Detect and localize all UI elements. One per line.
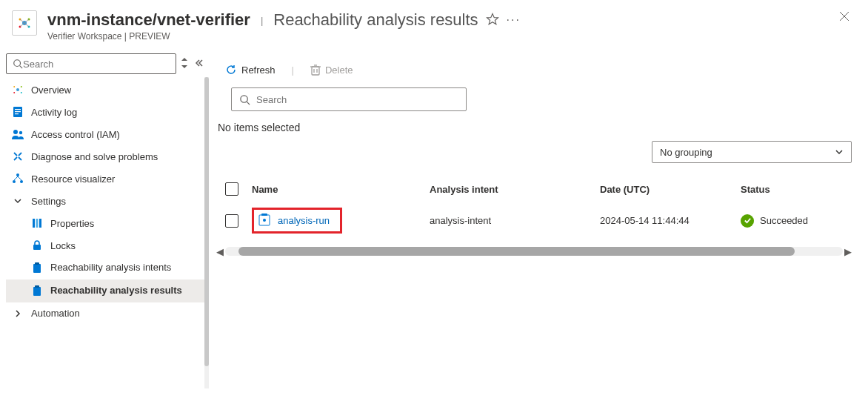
sidebar-item-label: Reachability analysis results — [50, 285, 201, 297]
resource-visualizer-icon — [12, 173, 24, 185]
svg-line-34 — [14, 176, 18, 180]
page-title-breadcrumb: vnm-instance/vnet-verifier — [47, 10, 250, 30]
delete-button: Delete — [304, 61, 359, 79]
horizontal-scrollbar[interactable]: ◀ ▶ — [215, 245, 853, 257]
page-title-section: Reachability analysis results — [273, 10, 478, 30]
overview-icon — [12, 84, 24, 96]
chevron-down-icon — [835, 148, 844, 156]
sidebar-item-label: Automation — [31, 308, 201, 319]
scroll-left-icon[interactable]: ◀ — [215, 246, 225, 257]
sidebar-item-label: Properties — [50, 218, 201, 229]
sidebar-item-overview[interactable]: Overview — [6, 79, 209, 101]
sidebar-item-activity-log[interactable]: Activity log — [6, 101, 209, 123]
search-icon — [13, 59, 23, 69]
svg-rect-41 — [35, 262, 39, 265]
svg-point-26 — [19, 131, 22, 134]
main-content: Refresh | Delete No items selected No gr… — [209, 47, 868, 407]
toolbar-separator: | — [287, 64, 298, 76]
svg-line-28 — [19, 153, 21, 156]
svg-rect-23 — [15, 111, 21, 112]
select-all-checkbox[interactable] — [225, 182, 238, 196]
svg-rect-22 — [15, 109, 21, 110]
svg-line-30 — [19, 157, 21, 160]
svg-point-17 — [13, 86, 15, 87]
svg-point-53 — [263, 219, 266, 222]
chevron-down-icon — [12, 195, 24, 207]
refresh-icon — [225, 64, 237, 76]
table-row[interactable]: analysis-run analysis-intent 2024-05-14 … — [215, 202, 853, 239]
svg-rect-40 — [33, 264, 41, 273]
cell-date: 2024-05-14 11:44:44 — [600, 215, 741, 226]
sidebar-item-label: Overview — [31, 85, 201, 96]
svg-rect-36 — [33, 219, 35, 228]
svg-rect-38 — [39, 219, 41, 228]
page-subtitle: Verifier Workspace | PREVIEW — [47, 31, 521, 42]
title-separator: | — [258, 15, 266, 26]
favorite-star-icon[interactable] — [486, 13, 499, 28]
content-search[interactable] — [231, 87, 467, 111]
svg-point-32 — [13, 180, 16, 183]
chevron-right-icon — [12, 308, 24, 320]
sidebar-item-resource-visualizer[interactable]: Resource visualizer — [6, 168, 209, 190]
close-button[interactable] — [838, 10, 856, 24]
sidebar-item-label: Diagnose and solve problems — [31, 151, 201, 162]
highlighted-link: analysis-run — [252, 208, 342, 234]
diagnose-icon — [12, 150, 24, 162]
sidebar-item-reachability-intents[interactable]: Reachability analysis intents — [6, 257, 209, 279]
svg-line-27 — [14, 157, 17, 160]
analysis-run-link[interactable]: analysis-run — [278, 215, 330, 226]
grouping-dropdown[interactable]: No grouping — [652, 141, 852, 163]
results-table: Name Analysis intent Date (UTC) Status a… — [215, 176, 853, 239]
column-name[interactable]: Name — [252, 184, 430, 195]
sidebar-item-label: Activity log — [31, 107, 201, 118]
svg-rect-24 — [15, 113, 19, 114]
content-search-input[interactable] — [256, 94, 458, 105]
svg-point-31 — [16, 173, 19, 176]
sidebar-group-automation[interactable]: Automation — [6, 302, 209, 325]
svg-rect-39 — [33, 245, 41, 250]
svg-marker-14 — [181, 58, 187, 61]
collapse-sidebar-icon[interactable] — [193, 59, 204, 70]
trash-icon — [310, 64, 321, 76]
svg-rect-44 — [312, 67, 319, 75]
sidebar-search[interactable] — [6, 53, 176, 74]
clipboard-icon — [31, 262, 43, 274]
table-header: Name Analysis intent Date (UTC) Status — [215, 176, 853, 202]
svg-line-29 — [14, 153, 17, 156]
sidebar-search-input[interactable] — [23, 59, 170, 70]
svg-point-33 — [20, 180, 23, 183]
column-date[interactable]: Date (UTC) — [600, 184, 741, 195]
svg-point-19 — [13, 92, 15, 93]
resource-icon — [12, 10, 37, 36]
clipboard-icon — [31, 285, 43, 297]
sidebar-item-label: Locks — [50, 240, 201, 251]
svg-point-49 — [241, 95, 247, 102]
sidebar-item-properties[interactable]: Properties — [6, 212, 209, 234]
more-actions-icon[interactable]: ··· — [507, 13, 521, 27]
sidebar-item-locks[interactable]: Locks — [6, 234, 209, 257]
svg-marker-15 — [181, 65, 187, 68]
success-icon — [741, 214, 754, 228]
sidebar-group-settings[interactable]: Settings — [6, 190, 209, 212]
svg-rect-37 — [36, 219, 39, 228]
search-icon — [239, 94, 250, 105]
selection-status: No items selected — [215, 119, 853, 141]
svg-point-18 — [21, 86, 22, 87]
refresh-button[interactable]: Refresh — [219, 61, 281, 79]
column-intent[interactable]: Analysis intent — [430, 184, 600, 195]
access-control-icon — [12, 128, 24, 140]
svg-point-12 — [14, 60, 21, 67]
sidebar-item-label: Resource visualizer — [31, 173, 201, 185]
column-status[interactable]: Status — [741, 184, 853, 195]
svg-line-13 — [20, 66, 23, 69]
sidebar-item-access-control[interactable]: Access control (IAM) — [6, 123, 209, 145]
sidebar-item-diagnose[interactable]: Diagnose and solve problems — [6, 145, 209, 168]
scroll-right-icon[interactable]: ▶ — [843, 246, 853, 257]
expand-icon[interactable] — [181, 58, 188, 70]
row-checkbox[interactable] — [225, 214, 238, 228]
svg-marker-9 — [487, 13, 498, 24]
lock-icon — [31, 239, 43, 251]
svg-line-50 — [247, 102, 250, 105]
sidebar-item-reachability-results[interactable]: Reachability analysis results — [6, 279, 209, 302]
sidebar-item-label: Settings — [31, 196, 201, 207]
